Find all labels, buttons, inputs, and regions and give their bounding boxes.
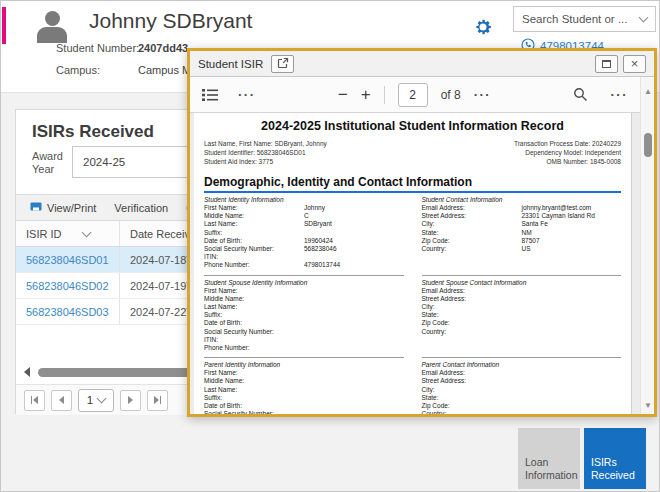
- search-icon[interactable]: [573, 87, 588, 102]
- first-page-button[interactable]: [24, 390, 45, 411]
- vertical-scrollbar[interactable]: ▲ ▼: [640, 77, 654, 414]
- doc-subsection-heading: Student Contact Information: [422, 195, 622, 204]
- open-external-button[interactable]: [271, 55, 294, 73]
- doc-field-row: Middle Name:: [204, 295, 404, 303]
- doc-field-row: Country:: [422, 410, 622, 414]
- meta-line: Student Identifier: 568238046SD01: [204, 148, 327, 157]
- maximize-icon: [602, 60, 611, 68]
- doc-subsection: Parent Contact InformationEmail Address:…: [422, 357, 622, 414]
- doc-field-row: City:: [422, 303, 622, 311]
- doc-subsection-heading: Parent Contact Information: [422, 360, 622, 369]
- student-number-value: 2407dd43: [138, 42, 188, 54]
- isir-id-link[interactable]: 568238046SD02: [26, 280, 109, 292]
- isir-id-link[interactable]: 568238046SD01: [26, 254, 109, 266]
- doc-field-row: Zip Code:: [422, 319, 622, 327]
- doc-field-row: Date of Birth:: [204, 319, 404, 327]
- meta-line: OMB Number: 1845-0008: [514, 157, 621, 166]
- toolbar-divider: [384, 86, 385, 104]
- date-received-value: 2024-07-19T: [130, 280, 193, 292]
- chevron-down-icon: [97, 394, 107, 404]
- doc-field-row: Date of Birth:: [204, 402, 404, 410]
- scrollbar-thumb[interactable]: [644, 133, 652, 157]
- verification-button[interactable]: Verification: [114, 202, 168, 214]
- scroll-up-icon[interactable]: ▲: [641, 87, 655, 96]
- sort-chevron-icon[interactable]: [82, 227, 92, 237]
- date-received-value: 2024-07-18T: [130, 254, 193, 266]
- doc-field-row: Social Security Number:: [204, 328, 404, 336]
- page-number-select[interactable]: 1: [78, 389, 114, 412]
- tile-isirs-received[interactable]: ISIRs Received: [584, 428, 646, 489]
- doc-field-row: Country:: [422, 328, 622, 336]
- doc-field-row: State:: [422, 311, 622, 319]
- campus-value: Campus M: [138, 64, 191, 76]
- page-count-label: of 8: [441, 88, 461, 102]
- meta-line: Dependency Model: Independent: [514, 148, 621, 157]
- zoom-in-button[interactable]: +: [361, 85, 371, 105]
- doc-field-row: State:: [422, 394, 622, 402]
- scroll-down-icon[interactable]: ▼: [641, 401, 655, 410]
- view-print-label: View/Print: [47, 202, 96, 214]
- doc-subsection-heading: Student Spouse Identity Information: [204, 278, 404, 287]
- modal-titlebar: Student ISIR ×: [190, 51, 654, 77]
- student-avatar-icon: [28, 7, 76, 47]
- doc-subsection-heading: Parent Identity Information: [204, 360, 404, 369]
- meta-line: Student Aid Index: 3775: [204, 157, 327, 166]
- isir-id-link[interactable]: 568238046SD03: [26, 306, 109, 318]
- doc-field-row: Social Security Number:: [204, 410, 404, 414]
- doc-subsection-heading: Student Identity Information: [204, 195, 404, 204]
- chevron-down-icon: [639, 13, 649, 23]
- document-title: 2024-2025 Institutional Student Informat…: [204, 119, 621, 133]
- col-date-received: Date Receiv.: [130, 228, 192, 240]
- search-student-select[interactable]: Search Student or ...: [513, 6, 656, 32]
- pdf-page: 2024-2025 Institutional Student Informat…: [194, 113, 632, 414]
- doc-field-row: Suffix:: [204, 311, 404, 319]
- doc-subsection: Student Contact InformationEmail Address…: [422, 193, 622, 275]
- verification-label: Verification: [114, 202, 168, 214]
- close-icon: ×: [631, 57, 639, 70]
- brand-accent-bar: [2, 7, 6, 44]
- doc-field-row: First Name:: [204, 369, 404, 377]
- doc-field-row: Zip Code:: [422, 402, 622, 410]
- settings-gear-icon[interactable]: [473, 17, 495, 39]
- doc-field-row: Email Address:: [422, 287, 622, 295]
- doc-field-row: First Name:: [204, 287, 404, 295]
- search-placeholder: Search Student or ...: [522, 13, 627, 25]
- doc-subsection: Parent Identity InformationFirst Name:Mi…: [204, 357, 404, 414]
- scroll-left-icon[interactable]: [24, 367, 30, 377]
- external-link-icon: [277, 55, 289, 73]
- print-icon: [30, 202, 42, 214]
- page-options-icon[interactable]: ···: [474, 87, 492, 102]
- maximize-button[interactable]: [595, 55, 618, 73]
- next-page-button[interactable]: [120, 390, 141, 411]
- page-number-input[interactable]: [398, 83, 428, 107]
- outline-panel-icon[interactable]: [202, 88, 218, 102]
- doc-field-row: Country:US: [422, 245, 622, 253]
- last-page-button[interactable]: [147, 390, 168, 411]
- doc-field-row: Suffix:: [204, 229, 404, 237]
- pdf-viewport: 2024-2025 Institutional Student Informat…: [190, 113, 640, 414]
- doc-field-row: City:: [422, 386, 622, 394]
- doc-field-row: Phone Number:: [204, 344, 404, 352]
- close-button[interactable]: ×: [623, 55, 646, 73]
- doc-field-row: Street Address:: [422, 377, 622, 385]
- doc-field-row: ITIN:: [204, 336, 404, 344]
- date-received-value: 2024-07-22T: [130, 306, 193, 318]
- doc-field-row: Date of Birth:19960424: [204, 237, 404, 245]
- doc-field-row: Last Name:SDBryant: [204, 220, 404, 228]
- current-page: 1: [87, 394, 93, 406]
- award-year-value: 2024-25: [83, 156, 125, 168]
- doc-field-row: Suffix:: [204, 394, 404, 402]
- view-print-button[interactable]: View/Print: [30, 202, 96, 214]
- campus-label: Campus:: [56, 64, 100, 76]
- more-tools-icon[interactable]: ···: [610, 87, 628, 102]
- doc-field-row: Social Security Number:568238046: [204, 245, 404, 253]
- meta-line: Last Name, First Name: SDBryant, Johnny: [204, 139, 327, 148]
- document-section-title: Demographic, Identity and Contact Inform…: [204, 175, 621, 193]
- more-options-icon[interactable]: ···: [238, 87, 256, 102]
- zoom-out-button[interactable]: −: [338, 85, 348, 105]
- doc-field-row: Street Address:23301 Cayman Island Rd: [422, 212, 622, 220]
- doc-field-row: ITIN:: [204, 253, 404, 261]
- doc-field-row: Email Address:: [422, 369, 622, 377]
- tile-loan-information[interactable]: Loan Information: [518, 428, 580, 489]
- prev-page-button[interactable]: [51, 390, 72, 411]
